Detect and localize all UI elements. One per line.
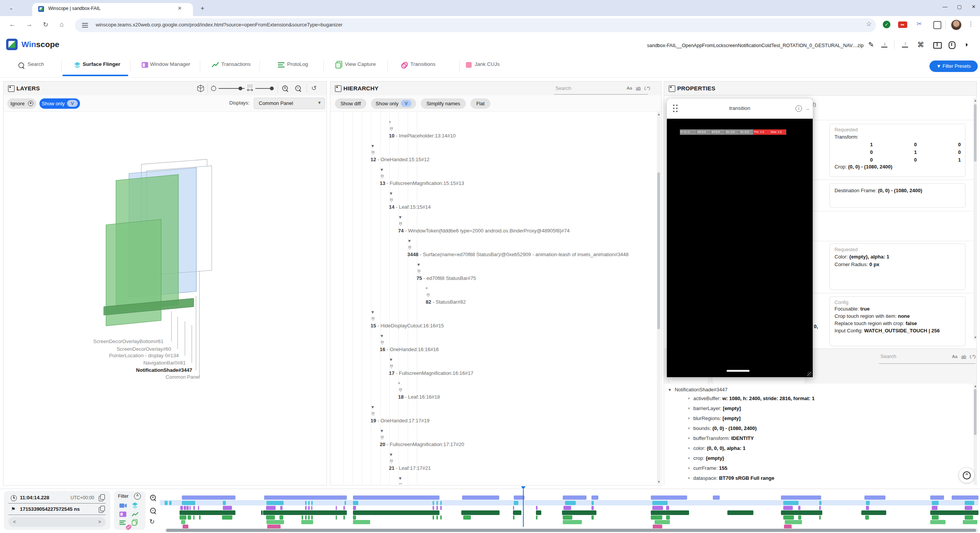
surface-flinger-trace-bar[interactable]: [565, 501, 576, 505]
match-case-icon[interactable]: Aa: [952, 354, 957, 359]
surface-flinger-trace-bar[interactable]: [308, 501, 310, 505]
surface-flinger-trace-bar[interactable]: [353, 501, 358, 505]
expand-arrow-icon[interactable]: ▼: [380, 331, 385, 341]
property-item[interactable]: currFrame: 155: [688, 463, 969, 473]
window-manager-trace-bar[interactable]: [189, 506, 191, 510]
surface-flinger-trace-bar[interactable]: [305, 501, 307, 505]
protolog-trace-bar[interactable]: [513, 515, 514, 520]
protolog-trace-bar[interactable]: [865, 515, 869, 520]
surface-flinger-trace-bar[interactable]: [514, 501, 518, 505]
properties-tree-scrollbar[interactable]: ▲: [973, 384, 977, 485]
view-capture-trace-bar[interactable]: [563, 520, 582, 524]
forward-icon[interactable]: →: [26, 21, 33, 28]
timeline-cursor[interactable]: [523, 489, 524, 527]
view-capture-trace-bar[interactable]: [655, 520, 670, 524]
protolog-trace-bar[interactable]: [932, 515, 939, 520]
regex-icon[interactable]: (.*): [970, 354, 975, 359]
protolog-trace-bar[interactable]: [819, 515, 821, 520]
protolog-trace-bar[interactable]: [199, 515, 201, 520]
surface-flinger-filter-icon[interactable]: [132, 502, 138, 509]
surface-flinger-trace-bar[interactable]: [311, 501, 313, 505]
surface-flinger-trace-bar[interactable]: [652, 501, 668, 505]
hierarchy-row[interactable]: 18 - Leaf:16:16#18: [330, 378, 651, 402]
properties-search-input[interactable]: Search: [880, 353, 896, 359]
protolog-trace-bar[interactable]: [440, 515, 442, 520]
upload-icon[interactable]: ↑: [902, 41, 908, 47]
simplify-names-chip[interactable]: Simplify names: [421, 98, 466, 109]
layer-label[interactable]: Common Panel: [165, 374, 200, 380]
expand-arrow-icon[interactable]: ▼: [398, 212, 403, 222]
protolog-trace-bar[interactable]: [336, 515, 337, 520]
window-manager-trace-bar[interactable]: [180, 506, 183, 510]
transactions-trace-bar[interactable]: [263, 510, 347, 515]
transactions-filter-icon[interactable]: [132, 512, 139, 517]
hierarchy-row[interactable]: ▼12 - OneHanded:15:15#12: [330, 141, 651, 165]
surface-flinger-trace-bar[interactable]: [436, 501, 438, 505]
regex-icon[interactable]: (.*): [644, 86, 650, 90]
window-manager-trace-bar[interactable]: [513, 506, 514, 510]
screen-recording-trace-bar[interactable]: [930, 495, 944, 500]
protolog-trace-bar[interactable]: [783, 515, 794, 520]
expand-arrow-icon[interactable]: ▼: [389, 450, 394, 459]
protolog-trace-bar[interactable]: [188, 515, 191, 520]
protolog-trace-bar[interactable]: [666, 515, 670, 520]
transactions-trace-bar[interactable]: [513, 510, 521, 515]
tab-close-icon[interactable]: ✕: [178, 5, 182, 11]
timeline-zoom-out-icon[interactable]: −: [150, 508, 156, 513]
protolog-trace-bar[interactable]: [180, 515, 186, 520]
collapse-filter-icon[interactable]: ^: [134, 493, 141, 500]
transactions-trace-bar[interactable]: [261, 510, 263, 515]
surface-flinger-trace-bar[interactable]: [345, 501, 346, 505]
protolog-trace-bar[interactable]: [463, 515, 471, 520]
window-manager-trace-bar[interactable]: [311, 506, 312, 510]
window-manager-trace-bar[interactable]: [436, 506, 438, 510]
spacing-slider[interactable]: [255, 88, 274, 89]
view-capture-trace-bar[interactable]: [301, 520, 313, 524]
bookmark-star-icon[interactable]: ☆: [866, 20, 872, 28]
hierarchy-row[interactable]: ▼75 - ed70f88 StatusBar#75: [330, 260, 651, 283]
tab-surface-flinger[interactable]: Surface Flinger: [83, 61, 120, 67]
match-word-icon[interactable]: ab: [961, 354, 966, 359]
surface-flinger-trace-bar[interactable]: [440, 501, 442, 505]
view-capture-trace-bar[interactable]: [963, 520, 977, 524]
protolog-trace-bar[interactable]: [353, 515, 356, 520]
surface-flinger-trace-bar[interactable]: [433, 501, 434, 505]
expand-arrow-icon[interactable]: ▼: [371, 402, 376, 412]
expand-arrow-icon[interactable]: ▼: [416, 260, 422, 270]
window-manager-trace-bar[interactable]: [440, 506, 442, 510]
expand-arrow-icon[interactable]: ▼: [407, 236, 413, 246]
screen-recording-trace-bar[interactable]: [781, 495, 821, 500]
tab-search-icon[interactable]: ⌄: [7, 4, 15, 13]
prev-frame-button[interactable]: <: [13, 519, 16, 525]
surface-flinger-trace-bar[interactable]: [223, 501, 226, 505]
ignore-chip[interactable]: Ignore: [7, 98, 36, 109]
minimize-icon[interactable]: _: [806, 103, 809, 110]
window-manager-trace-bar[interactable]: [652, 506, 663, 510]
property-root-row[interactable]: ▼ NotificationShade#3447: [668, 386, 728, 393]
transactions-trace-bar[interactable]: [562, 510, 596, 515]
tab-view-capture[interactable]: View Capture: [345, 61, 376, 67]
displays-select[interactable]: Common Panel ▼: [254, 98, 325, 109]
screen-recording-trace-bar[interactable]: [591, 495, 598, 500]
view-capture-trace-bar[interactable]: [353, 520, 370, 524]
window-close-icon[interactable]: ✕: [972, 4, 976, 10]
window-manager-trace-bar[interactable]: [433, 506, 434, 510]
overlay-title-bar[interactable]: transition i _: [667, 99, 813, 119]
hierarchy-row[interactable]: ▼13 - FullscreenMagnification:15:15#13: [330, 165, 651, 188]
window-manager-trace-bar[interactable]: [866, 506, 869, 510]
view-capture-trace-bar[interactable]: [930, 520, 946, 524]
window-manager-trace-bar[interactable]: [198, 506, 199, 510]
show-diff-chip[interactable]: Show diff: [335, 98, 366, 109]
window-manager-trace-bar[interactable]: [336, 506, 337, 510]
url-text[interactable]: winscope.teams.x20web.corp.google.com/pr…: [96, 22, 343, 28]
hierarchy-row[interactable]: ▼20 - FullscreenMagnification:17:17#20: [330, 426, 651, 450]
current-time-field[interactable]: 11:04:14.228 UTC+00:00: [8, 493, 106, 504]
collapse-panel-icon[interactable]: [8, 85, 15, 92]
surface-flinger-trace-bar[interactable]: [169, 501, 172, 505]
window-manager-trace-bar[interactable]: [305, 506, 307, 510]
window-manager-trace-bar[interactable]: [591, 506, 594, 510]
screen-recording-trace-bar[interactable]: [264, 495, 347, 500]
protolog-filter-icon[interactable]: [119, 520, 126, 525]
view-capture-trace-bar[interactable]: [266, 520, 284, 524]
3d-view-icon[interactable]: [197, 85, 204, 92]
